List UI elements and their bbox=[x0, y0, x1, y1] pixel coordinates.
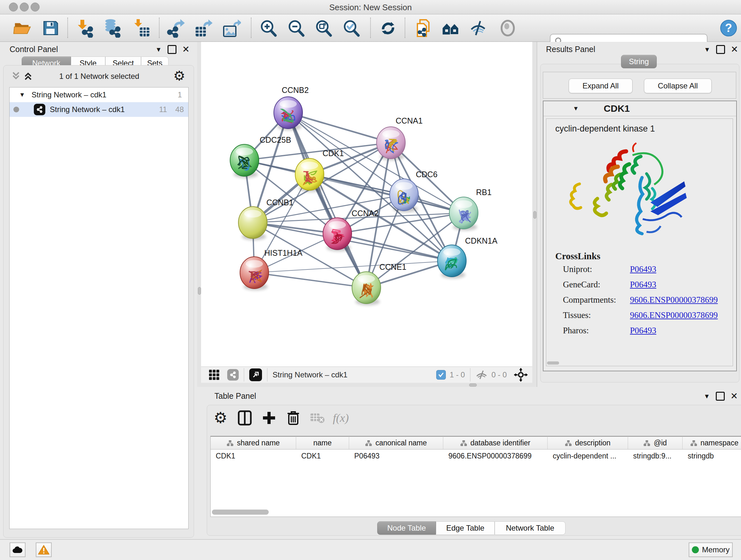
cloud-button[interactable] bbox=[10, 543, 25, 557]
document-share-icon bbox=[414, 18, 433, 38]
string-home-button[interactable] bbox=[441, 18, 461, 38]
zoom-selected-button[interactable] bbox=[341, 18, 361, 38]
selected-checkbox-icon[interactable] bbox=[436, 370, 446, 380]
grid-view-icon[interactable] bbox=[209, 369, 219, 380]
enable-glass-effect-button[interactable] bbox=[468, 18, 488, 38]
column-header-description[interactable]: description bbox=[548, 436, 628, 449]
add-column-plus-icon[interactable] bbox=[260, 409, 278, 427]
left-splitter[interactable] bbox=[197, 42, 201, 382]
export-network-button[interactable] bbox=[166, 18, 186, 38]
float-panel-icon[interactable] bbox=[716, 392, 725, 401]
results-hscrollbar[interactable] bbox=[547, 361, 559, 365]
network-node-CDK1[interactable] bbox=[295, 159, 324, 192]
export-table-button[interactable] bbox=[193, 18, 213, 38]
tab-node-table[interactable]: Node Table bbox=[377, 521, 436, 535]
table-cell[interactable]: stringdb:9... bbox=[628, 449, 683, 462]
expand-all-networks-icon[interactable] bbox=[23, 71, 33, 81]
show-columns-icon[interactable] bbox=[236, 409, 254, 427]
zoom-in-button[interactable] bbox=[259, 18, 278, 38]
column-header-namespace[interactable]: namespace bbox=[683, 436, 741, 449]
column-header-shared-name[interactable]: shared name bbox=[211, 436, 296, 449]
table-hscrollbar[interactable] bbox=[212, 509, 269, 515]
open-session-button[interactable] bbox=[12, 18, 32, 38]
table-cell[interactable]: CDK1 bbox=[296, 449, 349, 462]
table-cell[interactable]: cyclin-dependent ... bbox=[548, 449, 628, 462]
crosslink-value-link[interactable]: P06493 bbox=[630, 280, 657, 290]
horizontal-splitter-handle[interactable] bbox=[469, 383, 477, 387]
zoom-out-button[interactable] bbox=[286, 18, 306, 38]
close-panel-icon[interactable]: ✕ bbox=[182, 46, 190, 53]
float-panel-icon[interactable] bbox=[167, 45, 177, 54]
table-cell[interactable]: stringdb bbox=[683, 449, 741, 462]
network-node-CDC6[interactable] bbox=[390, 179, 418, 212]
network-node-CCNB2[interactable] bbox=[274, 97, 302, 130]
collapse-panel-icon[interactable]: ▼ bbox=[704, 393, 710, 400]
network-node-CDC25B[interactable] bbox=[230, 144, 259, 178]
warnings-button[interactable] bbox=[36, 543, 52, 557]
apply-layout-button[interactable] bbox=[378, 18, 398, 38]
close-panel-icon[interactable]: ✕ bbox=[731, 393, 738, 400]
network-node-CDKN1A[interactable] bbox=[437, 245, 466, 278]
import-network-button[interactable] bbox=[76, 18, 96, 38]
right-splitter[interactable] bbox=[532, 42, 537, 387]
table-cell[interactable]: CDK1 bbox=[211, 449, 296, 462]
column-header-name[interactable]: name bbox=[296, 436, 349, 449]
column-header--id[interactable]: @id bbox=[628, 436, 683, 449]
protein-entry-header[interactable]: ▼ CDK1 bbox=[543, 101, 736, 116]
table-cell[interactable]: 9606.ENSP00000378699 bbox=[443, 449, 548, 462]
network-node-CCNA1[interactable] bbox=[377, 127, 405, 160]
collapse-all-networks-icon[interactable] bbox=[11, 71, 21, 81]
network-node-HIST1H1A[interactable] bbox=[240, 257, 269, 290]
export-image-button[interactable] bbox=[221, 18, 241, 38]
network-view-share-icon[interactable] bbox=[227, 369, 239, 381]
crosslink-value-link[interactable]: 9606.ENSP00000378699 bbox=[630, 295, 718, 305]
delete-column-trash-icon[interactable] bbox=[284, 409, 302, 427]
network-edge[interactable] bbox=[288, 113, 366, 288]
hide-glass-effect-button[interactable] bbox=[498, 18, 518, 38]
table-options-gear-icon[interactable]: ⚙ bbox=[212, 409, 229, 427]
function-builder-fx[interactable]: f(x) bbox=[333, 411, 349, 425]
float-panel-icon[interactable] bbox=[716, 45, 725, 54]
tab-edge-table[interactable]: Edge Table bbox=[436, 521, 495, 535]
network-canvas[interactable]: CCNB2CCNA1CDC25BCDK1CDC6RB1CCNB1CCNA2CDK… bbox=[201, 42, 532, 367]
network-graph[interactable]: CCNB2CCNA1CDC25BCDK1CDC6RB1CCNB1CCNA2CDK… bbox=[201, 42, 532, 367]
left-splitter-handle[interactable] bbox=[198, 287, 201, 295]
network-collection-row[interactable]: ▼ String Network – cdk1 1 bbox=[10, 87, 188, 102]
crosslink-value-link[interactable]: 9606.ENSP00000378699 bbox=[630, 310, 718, 320]
hidden-node-edge-counts: 0 - 0 bbox=[491, 370, 507, 379]
collapse-panel-icon[interactable]: ▼ bbox=[704, 46, 711, 53]
column-header-database-identifier[interactable]: database identifier bbox=[443, 436, 548, 449]
expand-all-button[interactable]: Expand All bbox=[569, 78, 632, 93]
fit-content-crosshair-icon[interactable] bbox=[514, 368, 528, 382]
import-table-button[interactable] bbox=[132, 18, 151, 38]
entry-expand-triangle-icon[interactable]: ▼ bbox=[573, 105, 579, 112]
network-edge[interactable] bbox=[288, 113, 391, 143]
right-splitter-handle[interactable] bbox=[533, 211, 536, 219]
network-options-gear-icon[interactable]: ⚙ bbox=[173, 69, 185, 83]
detach-view-icon[interactable] bbox=[249, 368, 262, 381]
save-session-button[interactable] bbox=[41, 18, 60, 38]
collapse-all-button[interactable]: Collapse All bbox=[644, 78, 712, 93]
memory-button[interactable]: Memory bbox=[689, 543, 733, 557]
network-node-CCNB1[interactable] bbox=[239, 206, 267, 240]
tab-network-table[interactable]: Network Table bbox=[495, 521, 565, 535]
network-node-RB1[interactable] bbox=[449, 197, 478, 231]
close-panel-icon[interactable]: ✕ bbox=[731, 46, 738, 53]
network-row[interactable]: String Network – cdk1 11 48 bbox=[10, 102, 188, 117]
crosslink-value-link[interactable]: P06493 bbox=[630, 264, 657, 274]
table-panel-body: ⚙ bbox=[207, 405, 741, 536]
delete-table-icon[interactable] bbox=[309, 409, 327, 427]
help-button[interactable]: ? bbox=[719, 18, 738, 38]
table-cell[interactable]: P06493 bbox=[349, 449, 443, 462]
network-node-CCNA2[interactable] bbox=[323, 218, 352, 251]
crosslink-value-link[interactable]: P06493 bbox=[630, 326, 657, 335]
collapse-panel-icon[interactable]: ▼ bbox=[155, 46, 162, 53]
network-from-document-button[interactable] bbox=[414, 18, 434, 38]
tab-string[interactable]: String bbox=[621, 55, 657, 68]
network-edge[interactable] bbox=[254, 273, 366, 288]
import-network-from-database-button[interactable] bbox=[103, 18, 123, 38]
column-header-canonical-name[interactable]: canonical name bbox=[349, 436, 443, 449]
network-node-CCNE1[interactable] bbox=[352, 272, 381, 305]
zoom-fit-button[interactable] bbox=[314, 18, 333, 38]
collection-expand-triangle-icon[interactable]: ▼ bbox=[19, 91, 25, 98]
